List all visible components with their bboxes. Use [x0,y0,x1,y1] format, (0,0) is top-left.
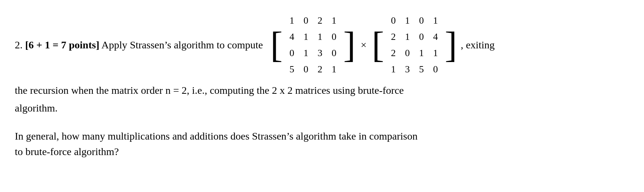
question-block: 2. [6 + 1 = 7 points] Apply Strassen’s a… [15,11,629,160]
intro-text: Apply Strassen’s algorithm to compute [101,39,263,51]
bracket-left-a: [ [270,11,282,79]
blank-spacer [15,116,629,125]
matrix-b: 0 1 0 1 2 1 0 4 2 0 1 1 1 3 5 0 [384,11,445,79]
points-label: [6 + 1 = 7 points] [25,39,99,51]
question-number: 2. [6 + 1 = 7 points] Apply Strassen’s a… [15,39,263,51]
general-question-line1: In general, how many multiplications and… [15,128,629,144]
general-question-line2: to brute-force algorithm? [15,144,629,160]
matrix-a-wrapper: [ 1 0 2 1 4 1 1 0 0 1 3 0 5 0 2 [270,11,356,79]
times-symbol: × [361,39,367,51]
matrix-b-wrapper: [ 0 1 0 1 2 1 0 4 2 0 1 1 1 3 5 [372,11,457,79]
suffix-text: , exiting [461,39,495,51]
bracket-right-b: ] [445,11,457,79]
matrix-a: 1 0 2 1 4 1 1 0 0 1 3 0 5 0 2 1 [283,11,343,79]
bracket-right-a: ] [343,11,356,79]
bracket-left-b: [ [372,11,384,79]
continuation-line-2: algorithm. [15,100,629,116]
continuation-line-1: the recursion when the matrix order n = … [15,83,629,98]
matrix-expression: [ 1 0 2 1 4 1 1 0 0 1 3 0 5 0 2 [270,11,495,79]
first-line: 2. [6 + 1 = 7 points] Apply Strassen’s a… [15,11,629,79]
general-question: In general, how many multiplications and… [15,128,629,160]
